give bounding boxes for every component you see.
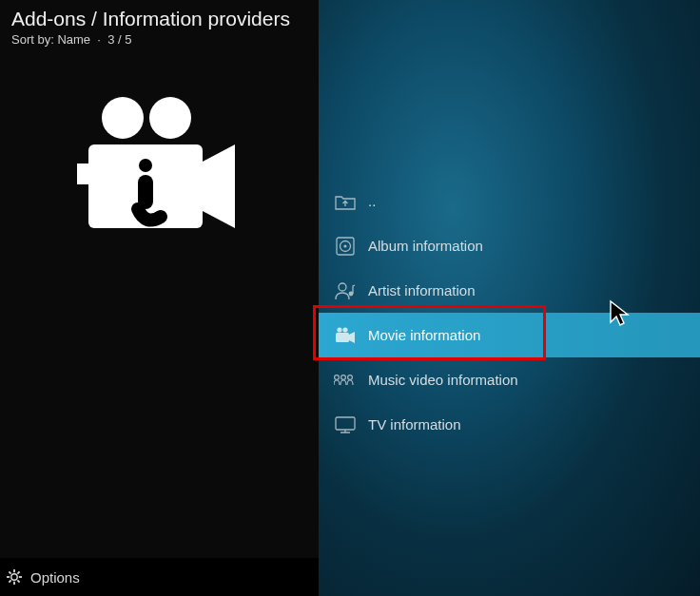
svg-point-18 xyxy=(339,283,346,291)
svg-point-25 xyxy=(348,375,353,379)
svg-point-17 xyxy=(343,244,346,247)
folder-up-icon xyxy=(334,191,357,212)
list-item-label: Artist information xyxy=(368,282,476,298)
svg-line-14 xyxy=(17,571,19,573)
list-item-label: Music video information xyxy=(368,372,518,388)
svg-point-21 xyxy=(342,327,347,332)
separator: · xyxy=(97,32,101,47)
content-panel: .. Album information xyxy=(319,0,700,596)
page-subtitle: Sort by: Name · 3 / 5 xyxy=(11,32,307,47)
options-icon xyxy=(6,568,23,586)
left-panel: Add-ons / Information providers Sort by:… xyxy=(0,0,319,596)
svg-line-12 xyxy=(17,580,19,582)
album-icon xyxy=(334,236,357,257)
movie-icon xyxy=(334,325,357,346)
list-item-movie[interactable]: Movie information xyxy=(319,313,700,357)
page-title: Add-ons / Information providers xyxy=(11,8,307,30)
svg-point-1 xyxy=(149,97,191,139)
position-counter: 3 / 5 xyxy=(107,32,131,47)
tv-icon xyxy=(334,414,357,435)
list-item-label: Album information xyxy=(368,238,483,254)
list-item-artist[interactable]: Artist information xyxy=(319,268,700,313)
info-camera-icon xyxy=(71,95,243,260)
footer-bar: Options xyxy=(0,558,319,596)
svg-point-6 xyxy=(11,574,17,580)
header: Add-ons / Information providers Sort by:… xyxy=(11,8,307,47)
list-item-parent[interactable]: .. xyxy=(319,179,700,223)
svg-point-23 xyxy=(335,375,340,379)
svg-point-24 xyxy=(341,375,346,379)
list-item-tv[interactable]: TV information xyxy=(319,402,700,447)
artist-icon xyxy=(334,280,357,301)
svg-rect-3 xyxy=(77,163,88,184)
list-item-label: .. xyxy=(368,193,376,209)
svg-point-4 xyxy=(139,159,152,172)
sort-label[interactable]: Sort by: Name xyxy=(11,32,90,47)
list-item-album[interactable]: Album information xyxy=(319,223,700,268)
list-item-music-video[interactable]: Music video information xyxy=(319,357,700,402)
svg-point-0 xyxy=(102,97,144,139)
addon-list: .. Album information xyxy=(319,179,700,447)
svg-rect-26 xyxy=(336,417,355,430)
svg-line-11 xyxy=(9,571,10,573)
options-button[interactable]: Options xyxy=(30,569,80,586)
svg-point-20 xyxy=(337,327,341,332)
svg-rect-22 xyxy=(336,333,349,342)
list-item-label: Movie information xyxy=(368,327,480,343)
list-item-label: TV information xyxy=(368,416,461,433)
svg-line-13 xyxy=(9,580,10,582)
music-video-icon xyxy=(334,370,357,391)
